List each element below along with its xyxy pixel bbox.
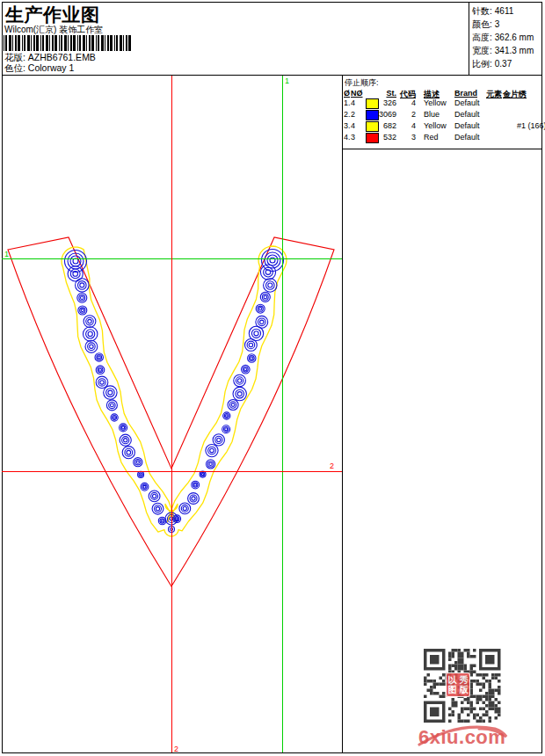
start-label-top: 1 <box>285 76 289 85</box>
col-needle: NØ <box>351 89 363 98</box>
row-number: 3. <box>344 121 351 130</box>
thread-code: 4 <box>398 98 416 107</box>
stamp-char: 秀 <box>458 675 469 685</box>
stat-label: 针数: <box>472 6 492 16</box>
pattern-file-value: AZHB6761.EMB <box>28 52 96 62</box>
colorway-value: Colorway 1 <box>28 62 75 73</box>
design-stats-panel: 针数:4611 颜色:3 高度:362.6 mm 宽度:341.3 mm 比例:… <box>472 4 541 70</box>
needle-number: 2 <box>351 110 355 119</box>
barcode <box>4 35 131 51</box>
stat-value: 0.37 <box>495 59 512 69</box>
thread-brand: Default <box>454 98 480 107</box>
col-sequin: 金片绣 <box>503 89 527 100</box>
needle-number: 4 <box>351 98 355 107</box>
sequin-value: #1 (166) <box>517 121 545 130</box>
row-number: 4. <box>344 133 351 142</box>
stitch-count: 532 <box>365 133 396 142</box>
embroidery-design <box>8 237 334 586</box>
col-brand: Brand <box>454 89 477 98</box>
watermark-text: 6xiu.com <box>418 726 505 749</box>
stamp-char: 以 <box>447 675 458 685</box>
thread-description: Red <box>424 133 439 142</box>
stat-label: 比例: <box>472 59 492 69</box>
crosshair-guides <box>2 76 342 752</box>
thread-code: 2 <box>398 110 416 119</box>
end-label-right: 2 <box>330 462 334 470</box>
pattern-file-label: 花版: <box>4 52 25 62</box>
stamp-char: 图 <box>447 685 458 694</box>
needle-number: 3 <box>351 133 355 142</box>
end-label-bottom: 2 <box>174 745 178 753</box>
col-element: 元素 <box>486 89 502 100</box>
thread-brand: Default <box>454 133 480 142</box>
stamp-char: 版 <box>458 685 469 694</box>
stitch-count: 326 <box>365 98 396 107</box>
start-label-left: 1 <box>4 250 9 258</box>
stat-label: 宽度: <box>472 46 492 55</box>
stat-width: 宽度:341.3 mm <box>472 44 541 57</box>
thread-code: 3 <box>398 133 416 142</box>
studio-subtitle: Wilcom(汇京) 装饰工作室 <box>4 24 103 36</box>
stat-value: 4611 <box>495 6 514 16</box>
production-worksheet-page: { "header": { "title": "生产作业图", "subtitl… <box>0 0 545 756</box>
col-stop: Ø <box>344 89 350 98</box>
stat-value: 341.3 mm <box>495 46 534 55</box>
thread-code: 4 <box>398 121 416 130</box>
col-stitches: St. <box>365 89 396 98</box>
stat-label: 颜色: <box>472 19 492 29</box>
stat-colors: 颜色:3 <box>472 18 541 31</box>
thread-brand: Default <box>454 110 480 119</box>
thread-description: Yellow <box>424 98 447 107</box>
thread-description: Blue <box>424 110 440 119</box>
stat-label: 高度: <box>472 33 492 42</box>
stat-stitches: 针数:4611 <box>472 4 541 18</box>
stitch-count: 682 <box>365 121 396 130</box>
row-number: 1. <box>344 98 351 107</box>
stitch-count: 3069 <box>365 110 396 119</box>
stop-sequence-table: 停止顺序: Ø NØ St. 代码 描述 Brand 元素 金片绣 1. 4 3… <box>343 75 542 149</box>
row-number: 2. <box>344 110 351 119</box>
watermark-stamp: 以 秀 图 版 <box>446 672 470 697</box>
colorway-line: 色位: Colorway 1 <box>4 62 74 75</box>
thread-brand: Default <box>454 121 480 130</box>
stat-value: 362.6 mm <box>495 33 534 42</box>
colorway-label: 色位: <box>4 62 25 73</box>
needle-number: 4 <box>351 121 355 130</box>
stat-value: 3 <box>495 19 500 29</box>
stat-scale: 比例:0.37 <box>472 57 541 70</box>
stat-height: 高度:362.6 mm <box>472 31 541 44</box>
thread-description: Yellow <box>424 121 447 130</box>
crosshair-labels: 1 1 2 2 <box>4 76 334 753</box>
stop-sequence-title: 停止顺序: <box>345 77 379 89</box>
